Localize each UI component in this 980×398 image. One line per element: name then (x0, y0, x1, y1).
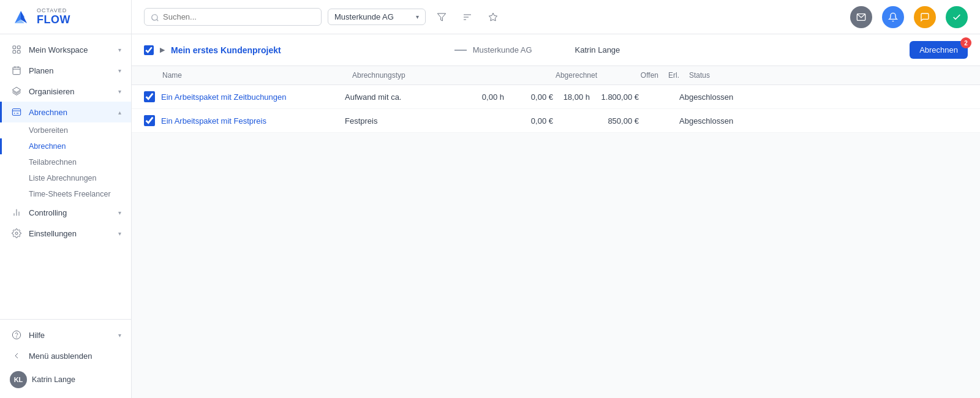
row1-open-hours: 18,00 h (553, 92, 590, 102)
project-client: Musterkunde AG (473, 45, 532, 54)
row1-billing: Aufwand mit ca. (345, 92, 467, 102)
help-icon (12, 329, 23, 340)
sidebar-item-hilfe[interactable]: Hilfe ▾ (0, 325, 131, 345)
logo-text: OCTAVED FLOW (37, 7, 70, 26)
sidebar-bottom: Hilfe ▾ Menü ausblenden KL Katrin Lange (0, 319, 131, 398)
user-profile[interactable]: KL Katrin Lange (0, 366, 131, 393)
svg-marker-24 (437, 13, 445, 21)
chevron-down-icon: ▾ (118, 47, 121, 53)
project-header: ▶ Mein erstes Kundenprojekt Musterkunde … (132, 34, 980, 66)
chevron-up-icon: ▴ (118, 109, 121, 116)
row2-name[interactable]: Ein Arbeitspaket mit Festpreis (161, 116, 345, 126)
sidebar-item-abrechnen[interactable]: Abrechnen ▴ (0, 102, 131, 122)
row2-billed-euros: 0,00 € (504, 116, 553, 126)
svg-point-20 (12, 331, 20, 339)
project-expand-icon[interactable]: ▶ (160, 46, 165, 54)
avatar: KL (10, 371, 27, 388)
check-button[interactable] (946, 6, 968, 28)
col-header-erl: Erl. (658, 71, 689, 80)
svg-rect-3 (13, 46, 16, 49)
client-select[interactable]: Musterkunde AG ▾ (328, 9, 426, 25)
row1-checkbox[interactable] (144, 91, 155, 102)
chevron-down-icon: ▾ (118, 209, 121, 216)
svg-point-22 (152, 14, 157, 20)
table-container: Name Abrechnungstyp Abgerechnet Offen Er… (132, 66, 980, 133)
sidebar-item-planen[interactable]: Planen ▾ (0, 60, 131, 81)
row1-billed-hours: 0,00 h (467, 92, 504, 102)
search-box[interactable] (144, 8, 322, 25)
chevron-down-icon: ▾ (416, 13, 419, 20)
svg-rect-12 (12, 108, 20, 115)
col-header-name: Name (144, 71, 352, 80)
chat-button[interactable] (914, 6, 936, 28)
settings-icon (12, 228, 23, 239)
sort-button[interactable] (458, 7, 477, 27)
sidebar-item-einstellungen[interactable]: Einstellungen ▾ (0, 223, 131, 244)
hide-menu-icon (12, 350, 23, 361)
svg-rect-5 (13, 50, 16, 53)
project-title: Mein erstes Kundenprojekt (171, 45, 448, 55)
svg-rect-4 (17, 46, 20, 49)
svg-marker-28 (489, 13, 497, 21)
calendar-icon (12, 65, 23, 76)
col-header-billed: Abgerechnet (475, 71, 597, 80)
sidebar-subitem-time-sheets[interactable]: Time-Sheets Freelancer (0, 186, 131, 202)
row1-status: Abgeschlossen (669, 92, 968, 102)
client-select-label: Musterkunde AG (334, 12, 412, 21)
sidebar: OCTAVED FLOW Mein Workspace ▾ Planen ▾ O (0, 0, 132, 398)
chart-icon (12, 207, 23, 218)
filter-button[interactable] (432, 7, 451, 27)
chevron-down-icon: ▾ (118, 230, 121, 237)
row2-status: Abgeschlossen (669, 116, 968, 126)
mail-button[interactable] (850, 6, 872, 28)
row1-name[interactable]: Ein Arbeitspaket mit Zeitbuchungen (161, 92, 345, 102)
svg-rect-6 (17, 50, 20, 53)
hide-menu-button[interactable]: Menü ausblenden (0, 345, 131, 366)
content-area: ▶ Mein erstes Kundenprojekt Musterkunde … (132, 34, 980, 398)
col-header-status: Status (689, 71, 968, 80)
col-header-billing: Abrechnungstyp (352, 71, 475, 80)
row2-open-euros: 850,00 € (590, 116, 639, 126)
search-icon (151, 12, 159, 21)
layers-icon (12, 86, 23, 97)
star-button[interactable] (483, 7, 503, 27)
row1-open-euros: 1.800,00 € (590, 92, 639, 102)
project-manager: Katrin Lange (575, 45, 620, 54)
project-checkbox[interactable] (144, 45, 154, 55)
sidebar-nav: Mein Workspace ▾ Planen ▾ Organisieren ▾… (0, 34, 131, 319)
row2-billing: Festpreis (345, 116, 467, 126)
table-header: Name Abrechnungstyp Abgerechnet Offen Er… (132, 66, 980, 85)
sidebar-subitem-teilabrechnen[interactable]: Teilabrechnen (0, 154, 131, 170)
row2-checkbox[interactable] (144, 115, 155, 126)
table-row: Ein Arbeitspaket mit Festpreis Festpreis… (132, 109, 980, 133)
sidebar-subitem-vorbereiten[interactable]: Vorbereiten (0, 122, 131, 138)
sidebar-item-organisieren[interactable]: Organisieren ▾ (0, 81, 131, 102)
svg-point-19 (15, 232, 18, 235)
col-header-open: Offen (597, 71, 658, 80)
chevron-down-icon: ▾ (118, 332, 121, 339)
chevron-down-icon: ▾ (118, 67, 121, 74)
project-divider (454, 50, 467, 51)
logo-icon (10, 6, 32, 28)
svg-rect-7 (13, 67, 20, 74)
user-name: Katrin Lange (32, 375, 75, 384)
billing-icon (12, 107, 23, 118)
workspace-icon (12, 44, 23, 55)
table-row: Ein Arbeitspaket mit Zeitbuchungen Aufwa… (132, 85, 980, 109)
main-content: Musterkunde AG ▾ ▶ Mei (132, 0, 980, 398)
topbar: Musterkunde AG ▾ (132, 0, 980, 34)
abrechnen-button[interactable]: Abrechnen 2 (910, 41, 968, 59)
search-input[interactable] (163, 12, 315, 21)
row1-billed-euros: 0,00 € (504, 92, 553, 102)
abrechnen-badge: 2 (960, 37, 971, 48)
sidebar-item-mein-workspace[interactable]: Mein Workspace ▾ (0, 39, 131, 60)
svg-line-23 (157, 19, 159, 21)
chevron-down-icon: ▾ (118, 88, 121, 95)
sidebar-subitem-liste-abrechnungen[interactable]: Liste Abrechnungen (0, 170, 131, 186)
bell-button[interactable] (882, 6, 904, 28)
sidebar-subitem-abrechnen[interactable]: Abrechnen (0, 138, 131, 154)
sidebar-item-controlling[interactable]: Controlling ▾ (0, 202, 131, 223)
logo: OCTAVED FLOW (0, 0, 131, 34)
